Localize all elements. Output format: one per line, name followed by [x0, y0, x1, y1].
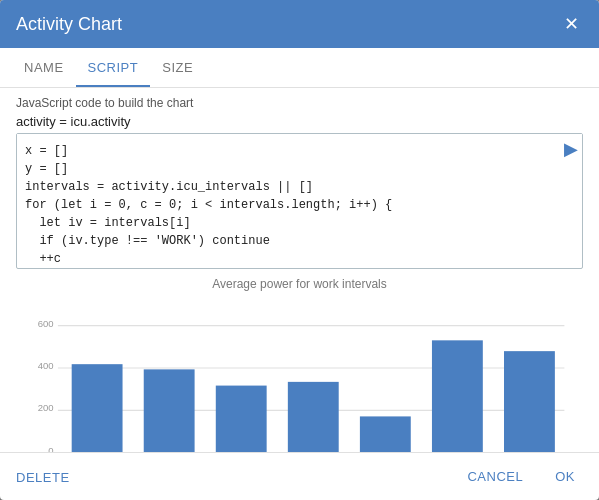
- code-area-wrapper: ▶: [16, 133, 583, 269]
- dialog-header: Activity Chart ✕: [0, 0, 599, 48]
- svg-rect-10: [144, 369, 195, 452]
- svg-text:600: 600: [38, 318, 54, 329]
- script-section: JavaScript code to build the chart activ…: [0, 88, 599, 133]
- activity-chart-dialog: Activity Chart ✕ NAME SCRIPT SIZE JavaSc…: [0, 0, 599, 500]
- svg-rect-18: [432, 340, 483, 452]
- tab-size[interactable]: SIZE: [150, 48, 205, 87]
- footer-right: CANCEL OK: [459, 465, 583, 488]
- ok-button[interactable]: OK: [547, 465, 583, 488]
- tab-script[interactable]: SCRIPT: [76, 48, 151, 87]
- script-label: JavaScript code to build the chart: [16, 96, 583, 110]
- code-editor[interactable]: [17, 134, 582, 264]
- run-button[interactable]: ▶: [564, 138, 578, 160]
- dialog-title: Activity Chart: [16, 14, 560, 35]
- tab-name[interactable]: NAME: [12, 48, 76, 87]
- chart-section: Average power for work intervals 0 200 4…: [0, 269, 599, 452]
- svg-text:400: 400: [38, 360, 54, 371]
- bar-chart: 0 200 400 600 1 2: [24, 295, 575, 452]
- chart-container: 0 200 400 600 1 2: [24, 295, 575, 452]
- tabs-bar: NAME SCRIPT SIZE: [0, 48, 599, 88]
- svg-rect-8: [72, 364, 123, 452]
- svg-rect-14: [288, 382, 339, 452]
- svg-rect-20: [504, 351, 555, 452]
- svg-text:200: 200: [38, 402, 54, 413]
- svg-rect-16: [360, 416, 411, 452]
- activity-line: activity = icu.activity: [16, 114, 583, 129]
- svg-rect-12: [216, 386, 267, 452]
- svg-text:0: 0: [48, 445, 53, 452]
- cancel-button[interactable]: CANCEL: [459, 465, 531, 488]
- chart-title: Average power for work intervals: [212, 277, 387, 291]
- dialog-footer: DELETE CANCEL OK: [0, 452, 599, 500]
- dialog-body: JavaScript code to build the chart activ…: [0, 88, 599, 452]
- close-button[interactable]: ✕: [560, 9, 583, 39]
- footer-left: DELETE: [16, 468, 70, 486]
- delete-button[interactable]: DELETE: [16, 470, 70, 485]
